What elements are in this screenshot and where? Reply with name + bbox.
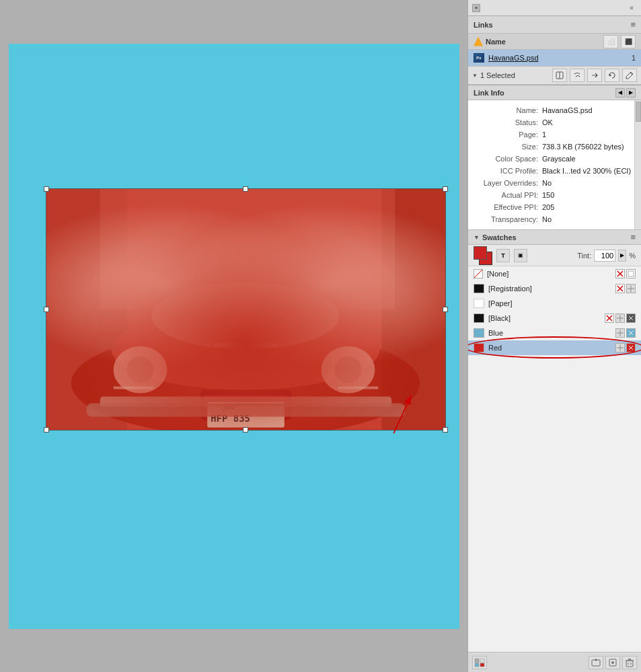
links-toolbar: ▼ 1 Selected [468, 66, 641, 85]
black-color-box [474, 313, 484, 323]
effectiveppi-label: Effective PPI: [475, 202, 542, 213]
status-value: OK [542, 117, 553, 128]
swatch-name-paper: [Paper] [488, 299, 632, 307]
handle-top-right[interactable] [443, 186, 448, 192]
swatch-stroke-button[interactable]: ▣ [514, 249, 527, 262]
svg-rect-3 [100, 189, 395, 309]
fg-color-swatch[interactable] [474, 246, 487, 260]
none-x-icon [615, 269, 625, 278]
delete-swatch-button[interactable] [622, 656, 637, 669]
swatch-item-paper[interactable]: [Paper] [468, 296, 641, 311]
svg-rect-54 [480, 659, 484, 663]
color-swatch-container [474, 246, 492, 265]
info-row-effectiveppi: Effective PPI: 205 [468, 201, 641, 213]
svg-rect-2 [381, 189, 445, 430]
svg-point-6 [151, 283, 339, 350]
size-value: 738.3 KB (756022 bytes) [542, 141, 624, 152]
svg-rect-63 [626, 661, 633, 667]
scrollbar-thumb[interactable] [636, 102, 641, 122]
red-color-box [474, 343, 484, 352]
info-row-transparency: Transparency: No [468, 213, 641, 225]
tint-stepper[interactable]: ▶ [618, 250, 626, 262]
info-row-name: Name: HavanaGS.psd [468, 104, 641, 116]
blue-icons [615, 328, 636, 338]
swatch-item-none[interactable]: [None] [468, 266, 641, 281]
svg-rect-21 [96, 336, 116, 349]
red-dot-icon [626, 343, 636, 352]
handle-middle-right[interactable] [443, 307, 448, 312]
black-icons [605, 313, 636, 323]
show-colors-button[interactable] [472, 656, 487, 669]
file-type-icon: Ps [474, 53, 484, 63]
swatch-fill-button[interactable]: T [496, 249, 510, 262]
red-icons [615, 343, 636, 352]
info-row-colorspace: Color Space: Grayscale [468, 153, 641, 165]
svg-rect-14 [204, 411, 288, 416]
scrollbar[interactable] [634, 100, 641, 229]
links-panel: Links ≡ Name ⬜ ⬛ Ps HavanaGS.psd 1 ▼ 1 S… [468, 16, 641, 85]
header-icon-2[interactable]: ⬛ [621, 35, 636, 48]
handle-bottom-center[interactable] [243, 427, 248, 433]
swatch-item-blue[interactable]: Blue [468, 326, 641, 340]
file-num: 1 [632, 54, 636, 62]
nav-prev[interactable]: ◀ [615, 88, 625, 98]
effectiveppi-value: 205 [542, 202, 554, 213]
handle-bottom-left[interactable] [44, 427, 49, 433]
svg-rect-53 [475, 659, 479, 663]
close-button[interactable]: × [472, 4, 480, 12]
colorspace-label: Color Space: [475, 153, 542, 164]
nav-next[interactable]: ▶ [626, 88, 636, 98]
name-value: HavanaGS.psd [542, 105, 593, 116]
layer-label: Layer Overrides: [475, 178, 542, 188]
svg-rect-1 [46, 189, 127, 430]
swatches-content: T ▣ Tint: ▶ % [None] [468, 245, 641, 652]
link-button[interactable] [570, 69, 585, 82]
swatch-item-black[interactable]: [Black] [468, 311, 641, 326]
tint-input[interactable] [594, 250, 615, 262]
image-frame[interactable]: CUBA HFP 835 [46, 188, 446, 431]
swatch-item-registration[interactable]: [Registration] [468, 281, 641, 296]
handle-middle-left[interactable] [44, 307, 49, 312]
relink-button[interactable] [552, 69, 567, 82]
page-label: Page: [475, 129, 542, 140]
tint-row: Tint: ▶ % [577, 250, 636, 262]
edit-button[interactable] [622, 69, 637, 82]
black-dot-icon [626, 313, 636, 323]
swatches-menu-icon[interactable]: ≡ [630, 232, 636, 242]
panel-bottom-toolbar [468, 652, 641, 672]
swatch-item-red[interactable]: Red [468, 340, 641, 355]
link-info-panel: Link Info ◀ ▶ Name: HavanaGS.psd Status:… [468, 85, 641, 230]
swatches-title: Swatches [482, 233, 517, 241]
name-label: Name: [475, 105, 542, 116]
info-row-status: Status: OK [468, 116, 641, 128]
svg-rect-23 [338, 386, 378, 389]
svg-rect-19 [86, 403, 404, 416]
canvas-area: CUBA HFP 835 [0, 0, 467, 672]
collapse-button[interactable]: « [626, 3, 637, 13]
actualppi-label: Actual PPI: [475, 190, 542, 200]
column-name-header: Name [486, 38, 601, 46]
update-button[interactable] [605, 69, 619, 82]
handle-top-center[interactable] [243, 186, 248, 192]
reg-x-icon [615, 284, 625, 293]
file-row[interactable]: Ps HavanaGS.psd 1 [468, 50, 641, 66]
links-tab-label[interactable]: Links [474, 21, 493, 29]
new-swatch-button[interactable] [605, 656, 620, 669]
swatch-name-registration: [Registration] [488, 285, 611, 293]
svg-rect-31 [628, 271, 634, 276]
layer-value: No [542, 178, 552, 188]
car-image: CUBA HFP 835 [46, 189, 445, 430]
handle-top-left[interactable] [44, 186, 49, 192]
page: CUBA HFP 835 [9, 44, 459, 629]
links-menu-icon[interactable]: ≡ [630, 20, 636, 30]
goto-button[interactable] [587, 69, 602, 82]
header-icon-1[interactable]: ⬜ [603, 35, 618, 48]
svg-text:CUBA: CUBA [221, 405, 234, 411]
new-color-group-button[interactable] [589, 656, 603, 669]
svg-point-10 [334, 356, 361, 383]
svg-point-7 [113, 346, 167, 393]
svg-rect-18 [100, 396, 391, 406]
handle-bottom-right[interactable] [443, 427, 448, 433]
none-empty-icon [626, 269, 636, 278]
svg-rect-20 [214, 342, 278, 346]
